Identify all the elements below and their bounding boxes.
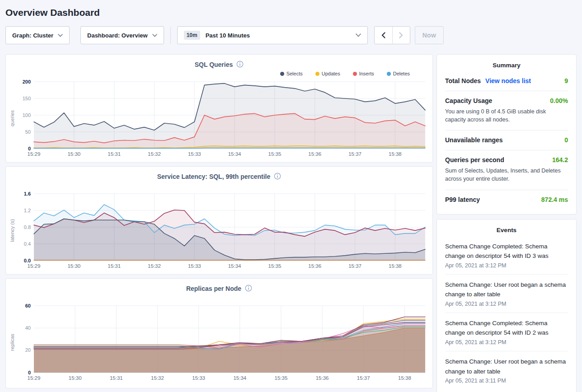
chevron-down-icon: [356, 33, 361, 37]
info-icon[interactable]: [236, 61, 244, 69]
summary-panel: Summary Total Nodes View nodes list 9 Ca…: [436, 54, 577, 215]
summary-row-queries-per-second: Queries per second 164.2 Sum of Selects,…: [445, 150, 568, 190]
x-axis-tick-label: 15:37: [348, 151, 361, 157]
series-line-Deletes: [34, 148, 425, 149]
legend-dot-icon: [387, 72, 391, 76]
summary-row-p99-latency: P99 latency 872.4 ms: [445, 190, 568, 210]
x-axis-tick-label: 15:33: [188, 151, 201, 157]
charts-column: SQL Queries SelectsUpdatesInsertsDeletes…: [5, 54, 433, 388]
chevron-down-icon: [152, 34, 157, 37]
event-text: Schema Change Completed: Schema change o…: [445, 242, 568, 261]
summary-value: 164.2: [552, 156, 568, 163]
chart-legend: SelectsUpdatesInsertsDeletes: [6, 69, 432, 78]
chart-title: Replicas per Node: [186, 285, 241, 292]
summary-row-capacity-usage: Capacity Usage 0.00% You are using 0 B o…: [445, 91, 568, 131]
now-button[interactable]: Now: [415, 26, 444, 44]
summary-label: Queries per second: [445, 156, 504, 163]
y-axis-tick-label: 0.4: [24, 241, 31, 247]
event-timestamp: Apr 05, 2021 at 3:12 PM: [445, 339, 568, 345]
time-range-label: Past 10 Minutes: [206, 32, 250, 39]
x-axis-tick-label: 15:29: [28, 151, 41, 157]
legend-label: Inserts: [359, 71, 374, 76]
event-text: Schema Change: User root began a schema …: [445, 280, 568, 299]
x-axis-tick-label: 15:36: [316, 375, 329, 381]
y-axis-tick-label: 0.8: [24, 224, 31, 230]
summary-label: Unavailable ranges: [445, 136, 503, 144]
x-axis-tick-label: 15:29: [28, 263, 41, 269]
chart-legend: [6, 181, 432, 190]
y-axis-tick-label: 20: [25, 347, 31, 353]
legend-label: Deletes: [393, 71, 410, 76]
event-text: Schema Change: User root began a schema …: [445, 357, 568, 376]
replicas-chart-plot: 15:2915:3015:3115:3215:3315:3415:3515:36…: [16, 302, 430, 383]
legend-dot-icon: [315, 72, 319, 76]
y-axis-tick-label: 50: [25, 129, 31, 135]
x-axis-tick-label: 15:31: [110, 375, 123, 381]
chart-title: SQL Queries: [195, 61, 233, 68]
x-axis-tick-label: 15:35: [268, 151, 282, 157]
time-nav-group: [374, 26, 410, 44]
events-panel: Events Schema Change Completed: Schema c…: [436, 219, 577, 392]
time-range-badge: 10m: [184, 31, 200, 40]
event-list-item[interactable]: Schema Change Completed: Schema change o…: [445, 236, 568, 275]
x-axis-tick-label: 15:38: [389, 263, 402, 269]
chart-card-sql-queries: SQL Queries SelectsUpdatesInsertsDeletes…: [5, 54, 433, 163]
chevron-down-icon: [58, 34, 63, 37]
x-axis-tick-label: 15:33: [192, 375, 205, 381]
chart-legend: [6, 293, 432, 302]
toolbar: Graph: Cluster Dashboard: Overview 10m P…: [5, 26, 577, 44]
summary-label: Total Nodes: [445, 77, 481, 84]
x-axis-tick-label: 15:34: [233, 375, 246, 381]
x-axis-tick-label: 15:36: [308, 263, 321, 269]
summary-label: P99 latency: [445, 196, 480, 203]
legend-label: Selects: [286, 71, 303, 76]
x-axis-tick-label: 15:31: [108, 263, 121, 269]
dashboard-dropdown[interactable]: Dashboard: Overview: [80, 26, 164, 44]
events-title: Events: [445, 227, 568, 236]
event-timestamp: Apr 05, 2021 at 3:11 PM: [445, 378, 568, 384]
event-list-item[interactable]: Schema Change: User root began a schema …: [445, 275, 568, 313]
chart-title: Service Latency: SQL, 99th percentile: [157, 173, 271, 180]
event-list-item[interactable]: Schema Change: User root began a schema …: [445, 351, 568, 389]
summary-description: Sum of Selects, Updates, Inserts, and De…: [445, 167, 568, 183]
x-axis-tick-label: 15:33: [188, 263, 201, 269]
y-axis-unit-label: replicas: [9, 334, 15, 351]
event-timestamp: Apr 05, 2021 at 3:12 PM: [445, 262, 568, 269]
legend-dot-icon: [353, 72, 357, 76]
y-axis-tick-label: 1.6: [24, 191, 31, 196]
dashboard-dropdown-label: Dashboard: Overview: [87, 32, 148, 39]
summary-row-unavailable-ranges: Unavailable ranges 0: [445, 131, 568, 150]
time-range-picker[interactable]: 10m Past 10 Minutes: [177, 26, 368, 44]
info-icon[interactable]: [274, 173, 281, 181]
summary-value: 0: [564, 136, 568, 144]
view-nodes-list-link[interactable]: View nodes list: [485, 77, 531, 84]
summary-value: 872.4 ms: [541, 196, 568, 203]
x-axis-tick-label: 15:38: [398, 375, 411, 381]
event-text: Schema Change Completed: Schema change o…: [445, 318, 568, 338]
sql-queries-chart-plot: 15:2915:3015:3115:3215:3315:3415:3515:36…: [16, 78, 430, 159]
legend-dot-icon: [280, 72, 284, 76]
x-axis-tick-label: 15:30: [67, 151, 80, 157]
time-next-button[interactable]: [392, 27, 410, 44]
x-axis-tick-label: 15:34: [228, 151, 241, 157]
x-axis-tick-label: 15:32: [151, 375, 164, 381]
graph-dropdown[interactable]: Graph: Cluster: [5, 26, 70, 44]
time-prev-button[interactable]: [375, 27, 392, 44]
chevron-right-icon: [399, 32, 403, 38]
summary-description: You are using 0 B of 4.5 GiB usable disk…: [445, 107, 568, 124]
y-axis-unit-label: queries: [9, 110, 15, 126]
summary-row-total-nodes: Total Nodes View nodes list 9: [445, 71, 568, 91]
summary-value: 9: [564, 77, 568, 84]
x-axis-tick-label: 15:29: [28, 375, 41, 381]
legend-item: Updates: [315, 71, 340, 76]
x-axis-tick-label: 15:38: [389, 151, 402, 157]
x-axis-tick-label: 15:30: [67, 263, 80, 269]
chart-card-service-latency: Service Latency: SQL, 99th percentile la…: [5, 166, 433, 275]
y-axis-unit-label: latency (s): [9, 219, 15, 242]
y-axis-tick-label: 150: [23, 96, 31, 101]
content: SQL Queries SelectsUpdatesInsertsDeletes…: [5, 54, 577, 392]
info-icon[interactable]: [245, 285, 252, 293]
event-list-item[interactable]: Schema Change Completed: Schema change o…: [445, 313, 568, 351]
legend-label: Updates: [322, 71, 340, 76]
legend-item: Selects: [280, 71, 303, 76]
